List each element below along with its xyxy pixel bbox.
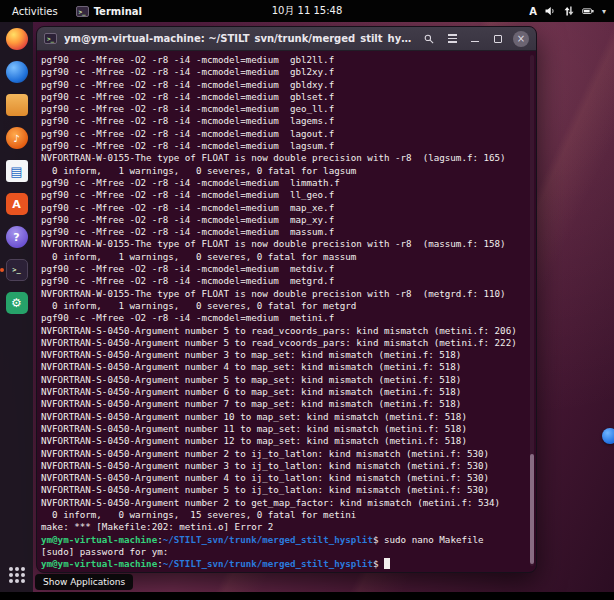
terminal-line: NVFORTRAN-S-0450-Argument number 6 to ma… bbox=[41, 386, 532, 398]
rhythmbox-dock-icon[interactable]: ♪ bbox=[6, 127, 28, 149]
terminal-text: NVFORTRAN-S-0450-Argument number 10 to m… bbox=[41, 411, 467, 422]
terminal-scrollbar-thumb[interactable] bbox=[530, 454, 534, 564]
window-menu-icon[interactable]: >_ bbox=[44, 33, 57, 44]
tray-caret-icon: ▾ bbox=[602, 7, 606, 16]
ubuntu-software-dock-icon[interactable]: A bbox=[6, 193, 28, 215]
terminal-line: pgf90 -c -Mfree -O2 -r8 -i4 -mcmodel=med… bbox=[41, 103, 532, 115]
terminal-text: pgf90 -c -Mfree -O2 -r8 -i4 -mcmodel=med… bbox=[41, 177, 340, 188]
terminal-text: pgf90 -c -Mfree -O2 -r8 -i4 -mcmodel=med… bbox=[41, 115, 334, 126]
show-applications-icon bbox=[9, 567, 25, 583]
rhythmbox-icon: ♪ bbox=[6, 127, 28, 149]
terminal-line: 0 inform, 1 warnings, 0 severes, 0 fatal… bbox=[41, 165, 532, 177]
terminal-text: pgf90 -c -Mfree -O2 -r8 -i4 -mcmodel=med… bbox=[41, 91, 334, 102]
firefox-dock-icon[interactable] bbox=[6, 28, 28, 50]
show-applications-button[interactable] bbox=[6, 564, 28, 586]
running-indicator-dot bbox=[0, 268, 4, 272]
thunderbird-dock-icon[interactable] bbox=[6, 61, 28, 83]
terminal-dock-icon[interactable]: >_ bbox=[6, 259, 28, 281]
terminal-output[interactable]: pgf90 -c -Mfree -O2 -r8 -i4 -mcmodel=med… bbox=[37, 51, 536, 572]
minimize-icon bbox=[471, 41, 479, 43]
input-method-indicator[interactable]: A bbox=[529, 6, 537, 17]
volume-icon[interactable] bbox=[544, 5, 556, 17]
terminal-window: >_ ym@ym-virtual-machine: ~/STILT_svn/tr… bbox=[36, 26, 537, 573]
terminal-text: NVFORTRAN-W-0155-The type of FLOAT is no… bbox=[41, 288, 506, 299]
terminal-line: NVFORTRAN-S-0450-Argument number 5 to re… bbox=[41, 325, 532, 337]
terminal-text: NVFORTRAN-S-0450-Argument number 3 to ma… bbox=[41, 349, 461, 360]
terminal-text: NVFORTRAN-S-0450-Argument number 5 to ma… bbox=[41, 374, 461, 385]
terminal-text: ym@ym-virtual-machine bbox=[41, 558, 157, 569]
terminal-line: pgf90 -c -Mfree -O2 -r8 -i4 -mcmodel=med… bbox=[41, 312, 532, 324]
terminal-text: 0 inform, 1 warnings, 0 severes, 0 fatal… bbox=[41, 300, 356, 311]
search-button[interactable] bbox=[421, 31, 437, 47]
activities-button[interactable]: Activities bbox=[8, 4, 62, 19]
terminal-icon: >_ bbox=[6, 259, 28, 281]
clock[interactable]: 10月 11 15:48 bbox=[272, 4, 343, 18]
terminal-text: NVFORTRAN-S-0450-Argument number 2 to ij… bbox=[41, 448, 489, 459]
power-icon[interactable] bbox=[582, 5, 595, 17]
terminal-text: pgf90 -c -Mfree -O2 -r8 -i4 -mcmodel=med… bbox=[41, 226, 334, 237]
files-icon bbox=[6, 94, 28, 116]
terminal-text: pgf90 -c -Mfree -O2 -r8 -i4 -mcmodel=med… bbox=[41, 103, 334, 114]
firefox-icon bbox=[6, 28, 28, 50]
terminal-text: ~/STILT_svn/trunk/merged_stilt_hysplit bbox=[163, 534, 373, 545]
menu-button[interactable] bbox=[444, 31, 460, 47]
top-bar: Activities >_ Terminal 10月 11 15:48 A ▾ bbox=[0, 0, 614, 22]
terminal-text: $ bbox=[373, 558, 384, 569]
terminal-text: pgf90 -c -Mfree -O2 -r8 -i4 -mcmodel=med… bbox=[41, 79, 334, 90]
terminal-text: ~/STILT_svn/trunk/merged_stilt_hysplit bbox=[163, 558, 373, 569]
terminal-line: pgf90 -c -Mfree -O2 -r8 -i4 -mcmodel=med… bbox=[41, 177, 532, 189]
terminal-line: make: *** [Makefile:202: metini.o] Error… bbox=[41, 521, 532, 533]
terminal-line: 0 inform, 0 warnings, 15 severes, 0 fata… bbox=[41, 509, 532, 521]
focused-app-name: Terminal bbox=[94, 6, 142, 17]
libreoffice-writer-dock-icon[interactable]: ▤ bbox=[6, 160, 28, 182]
terminal-line: pgf90 -c -Mfree -O2 -r8 -i4 -mcmodel=med… bbox=[41, 226, 532, 238]
focused-app-indicator[interactable]: >_ Terminal bbox=[76, 6, 142, 17]
terminal-text: ym@ym-virtual-machine bbox=[41, 534, 157, 545]
help-dock-icon[interactable]: ? bbox=[6, 226, 28, 248]
terminal-text: NVFORTRAN-S-0450-Argument number 5 to re… bbox=[41, 337, 517, 348]
terminal-titlebar[interactable]: >_ ym@ym-virtual-machine: ~/STILT_svn/tr… bbox=[37, 27, 536, 51]
terminal-line: [sudo] password for ym: bbox=[41, 546, 532, 558]
terminal-line: pgf90 -c -Mfree -O2 -r8 -i4 -mcmodel=med… bbox=[41, 202, 532, 214]
bottom-bezel bbox=[0, 592, 614, 600]
terminal-text: 0 inform, 1 warnings, 0 severes, 0 fatal… bbox=[41, 165, 356, 176]
terminal-text: NVFORTRAN-S-0450-Argument number 5 to ij… bbox=[41, 484, 489, 495]
terminal-line: pgf90 -c -Mfree -O2 -r8 -i4 -mcmodel=med… bbox=[41, 54, 532, 66]
terminal-line: pgf90 -c -Mfree -O2 -r8 -i4 -mcmodel=med… bbox=[41, 263, 532, 275]
terminal-line: NVFORTRAN-S-0450-Argument number 10 to m… bbox=[41, 411, 532, 423]
topbar-left: Activities >_ Terminal bbox=[8, 4, 142, 19]
terminal-line: pgf90 -c -Mfree -O2 -r8 -i4 -mcmodel=med… bbox=[41, 214, 532, 226]
files-dock-icon[interactable] bbox=[6, 94, 28, 116]
terminal-text: NVFORTRAN-W-0155-The type of FLOAT is no… bbox=[41, 152, 506, 163]
settings-dock-icon[interactable]: ⚙ bbox=[6, 292, 28, 314]
terminal-text: NVFORTRAN-S-0450-Argument number 5 to re… bbox=[41, 325, 517, 336]
terminal-line: NVFORTRAN-W-0155-The type of FLOAT is no… bbox=[41, 238, 532, 250]
terminal-line: NVFORTRAN-S-0450-Argument number 2 to ge… bbox=[41, 497, 532, 509]
terminal-text: pgf90 -c -Mfree -O2 -r8 -i4 -mcmodel=med… bbox=[41, 214, 334, 225]
terminal-text: NVFORTRAN-S-0450-Argument number 4 to ij… bbox=[41, 472, 489, 483]
terminal-line: pgf90 -c -Mfree -O2 -r8 -i4 -mcmodel=med… bbox=[41, 140, 532, 152]
edge-notification-dot[interactable] bbox=[602, 428, 614, 444]
terminal-text: NVFORTRAN-S-0450-Argument number 7 to ma… bbox=[41, 398, 461, 409]
maximize-button[interactable] bbox=[490, 31, 506, 47]
terminal-text: 0 inform, 0 warnings, 15 severes, 0 fata… bbox=[41, 509, 356, 520]
show-applications-tooltip: Show Applications bbox=[35, 574, 133, 590]
system-tray[interactable]: A ▾ bbox=[529, 5, 606, 17]
thunderbird-icon bbox=[6, 61, 28, 83]
close-button[interactable]: × bbox=[513, 31, 529, 47]
terminal-text: pgf90 -c -Mfree -O2 -r8 -i4 -mcmodel=med… bbox=[41, 66, 334, 77]
terminal-line: ym@ym-virtual-machine:~/STILT_svn/trunk/… bbox=[41, 534, 532, 546]
settings-icon: ⚙ bbox=[6, 292, 28, 314]
network-icon[interactable] bbox=[563, 5, 575, 17]
minimize-button[interactable] bbox=[467, 31, 483, 47]
terminal-line: pgf90 -c -Mfree -O2 -r8 -i4 -mcmodel=med… bbox=[41, 79, 532, 91]
terminal-line: 0 inform, 1 warnings, 0 severes, 0 fatal… bbox=[41, 300, 532, 312]
terminal-text: make: *** [Makefile:202: metini.o] Error… bbox=[41, 521, 273, 532]
terminal-text: NVFORTRAN-S-0450-Argument number 4 to ma… bbox=[41, 361, 461, 372]
terminal-text: pgf90 -c -Mfree -O2 -r8 -i4 -mcmodel=med… bbox=[41, 263, 334, 274]
terminal-line: NVFORTRAN-S-0450-Argument number 4 to ma… bbox=[41, 361, 532, 373]
terminal-line: NVFORTRAN-S-0450-Argument number 5 to ma… bbox=[41, 374, 532, 386]
terminal-line: NVFORTRAN-S-0450-Argument number 5 to ij… bbox=[41, 484, 532, 496]
terminal-text: NVFORTRAN-S-0450-Argument number 2 to ge… bbox=[41, 497, 500, 508]
terminal-text: NVFORTRAN-S-0450-Argument number 3 to ij… bbox=[41, 460, 489, 471]
